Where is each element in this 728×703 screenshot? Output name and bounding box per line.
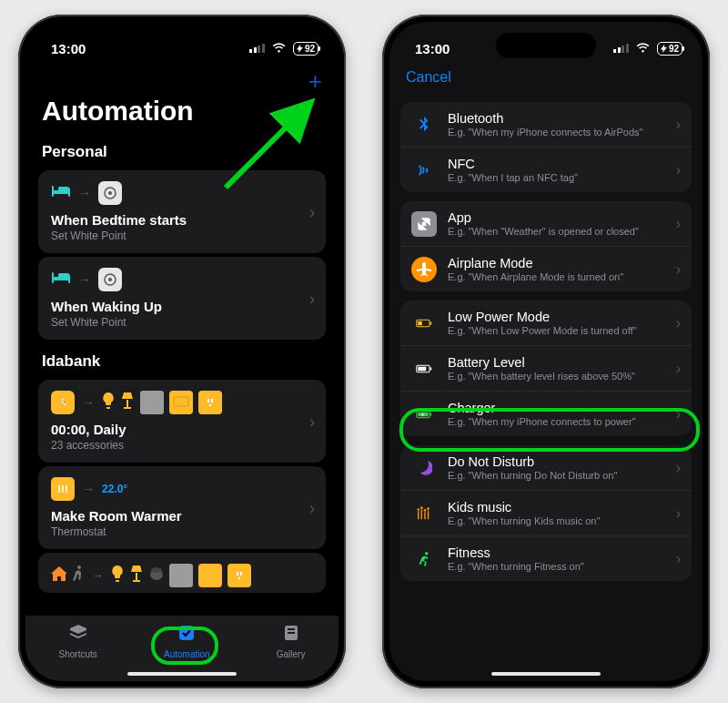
trigger-sub: E.g. "When turning Do Not Disturb on"	[448, 470, 681, 481]
tab-automation[interactable]: Automation	[164, 623, 210, 659]
automation-sub: Thermostat	[51, 525, 313, 538]
automation-icon	[177, 623, 197, 647]
cellular-icon	[613, 44, 629, 53]
automation-warmer[interactable]: → 22.0° Make Room Warmer Thermostat ›	[38, 466, 326, 549]
wifi-icon	[636, 42, 650, 56]
svg-point-15	[151, 567, 162, 573]
svg-rect-18	[232, 568, 247, 583]
svg-point-21	[238, 577, 240, 579]
walk-icon	[73, 565, 84, 586]
screen-icon	[169, 391, 193, 414]
kids-icon	[411, 501, 437, 526]
temperature-value: 22.0°	[102, 483, 127, 495]
tab-shortcuts[interactable]: Shortcuts	[59, 623, 97, 659]
trigger-title: Kids music	[448, 500, 681, 515]
dynamic-island	[132, 33, 232, 58]
settings-icon	[98, 268, 122, 291]
cancel-button[interactable]: Cancel	[389, 62, 703, 91]
automation-bedtime[interactable]: → When Bedtime starts Set White Point ›	[38, 170, 326, 253]
chevron-right-icon: ›	[676, 117, 681, 133]
chevron-right-icon: ›	[676, 261, 681, 278]
trigger-sub: E.g. "When turning Fitness on"	[448, 561, 681, 572]
svg-point-37	[420, 506, 423, 509]
home-indicator[interactable]	[491, 672, 601, 676]
trigger-sub: E.g. "When Airplane Mode is turned on"	[448, 271, 681, 282]
svg-rect-6	[149, 408, 155, 410]
trigger-sub: E.g. "When battery level rises above 50%…	[448, 371, 681, 382]
trigger-sub: E.g. "When my iPhone connects to power"	[448, 416, 681, 427]
tab-label: Automation	[164, 649, 210, 659]
screen-icon	[198, 564, 222, 587]
dynamic-island	[496, 33, 596, 58]
house-icon	[51, 566, 67, 586]
gallery-icon	[281, 623, 301, 647]
svg-rect-28	[418, 321, 422, 325]
svg-rect-22	[179, 626, 194, 640]
trigger-row-dnd[interactable]: Do Not DisturbE.g. "When turning Do Not …	[400, 445, 692, 490]
automation-daily[interactable]: → 00:00, Daily 23 accessories	[38, 380, 326, 463]
svg-point-40	[425, 551, 429, 555]
svg-point-38	[424, 509, 427, 512]
trigger-title: Bluetooth	[448, 111, 681, 126]
trigger-row-app[interactable]: AppE.g. "When "Weather" is opened or clo…	[400, 201, 692, 246]
automation-home-partial[interactable]: →	[38, 553, 326, 593]
trigger-row-bluetooth[interactable]: BluetoothE.g. "When my iPhone connects t…	[400, 102, 692, 147]
trigger-group: BluetoothE.g. "When my iPhone connects t…	[400, 102, 692, 192]
page-title: Automation	[25, 96, 339, 134]
svg-rect-8	[203, 395, 217, 410]
automation-title: When Waking Up	[51, 299, 313, 314]
trigger-title: Do Not Disturb	[448, 454, 681, 469]
tab-gallery[interactable]: Gallery	[277, 623, 306, 659]
battery-icon: 92	[657, 42, 682, 56]
automation-title: When Bedtime starts	[51, 212, 313, 228]
chevron-right-icon: ›	[676, 551, 681, 567]
trigger-title: App	[448, 210, 681, 225]
trigger-sub: E.g. "When I tap an NFC tag"	[448, 172, 681, 183]
svg-rect-7	[174, 397, 188, 406]
status-right: 92	[249, 42, 318, 56]
lowpower-icon	[411, 311, 437, 336]
add-automation-button[interactable]: +	[308, 67, 322, 96]
chevron-right-icon: ›	[676, 406, 681, 423]
battery-level: 92	[669, 44, 679, 54]
home-indicator[interactable]	[127, 672, 237, 676]
chevron-right-icon: ›	[676, 361, 681, 377]
trigger-row-battery[interactable]: Battery LevelE.g. "When battery level ri…	[400, 345, 692, 391]
chevron-right-icon: ›	[676, 460, 681, 476]
svg-rect-20	[240, 572, 242, 576]
trigger-row-kids[interactable]: Kids musicE.g. "When turning Kids music …	[400, 490, 692, 535]
trigger-row-nfc[interactable]: NFCE.g. "When I tap an NFC tag"›	[400, 147, 692, 192]
svg-rect-17	[203, 570, 217, 579]
trigger-title: Charger	[448, 401, 681, 415]
svg-rect-25	[288, 632, 295, 634]
trigger-group: AppE.g. "When "Weather" is opened or clo…	[400, 201, 692, 291]
svg-point-39	[427, 507, 430, 510]
svg-rect-24	[288, 628, 295, 630]
arrow-icon: →	[82, 395, 95, 410]
trigger-row-lowpower[interactable]: Low Power ModeE.g. "When Low Power Mode …	[400, 301, 692, 345]
svg-point-1	[108, 191, 112, 195]
status-time: 13:00	[415, 41, 450, 56]
trigger-group: Do Not DisturbE.g. "When turning Do Not …	[400, 445, 692, 581]
speaker-icon	[149, 566, 164, 585]
trigger-list[interactable]: BluetoothE.g. "When my iPhone connects t…	[389, 93, 703, 672]
automation-wake[interactable]: → When Waking Up Set White Point ›	[38, 257, 326, 340]
trigger-row-airplane[interactable]: Airplane ModeE.g. "When Airplane Mode is…	[400, 246, 692, 291]
trigger-sub: E.g. "When my iPhone connects to AirPods…	[448, 127, 681, 138]
automation-sub: Set White Point	[51, 229, 313, 242]
tab-label: Shortcuts	[59, 649, 97, 659]
chevron-right-icon: ›	[676, 505, 681, 522]
svg-rect-16	[172, 569, 190, 580]
outlet-icon	[198, 391, 222, 414]
shortcuts-icon	[68, 623, 88, 647]
trigger-row-fitness[interactable]: FitnessE.g. "When turning Fitness on"›	[400, 535, 692, 581]
chevron-right-icon: ›	[309, 202, 315, 221]
arrow-icon: →	[91, 568, 104, 583]
trigger-title: NFC	[448, 157, 681, 171]
heat-icon	[51, 477, 75, 501]
svg-rect-31	[418, 366, 426, 371]
monitor-icon	[169, 564, 193, 587]
automation-title: Make Room Warmer	[51, 508, 313, 524]
trigger-row-charger[interactable]: ChargerE.g. "When my iPhone connects to …	[400, 391, 692, 436]
svg-point-11	[209, 404, 211, 406]
